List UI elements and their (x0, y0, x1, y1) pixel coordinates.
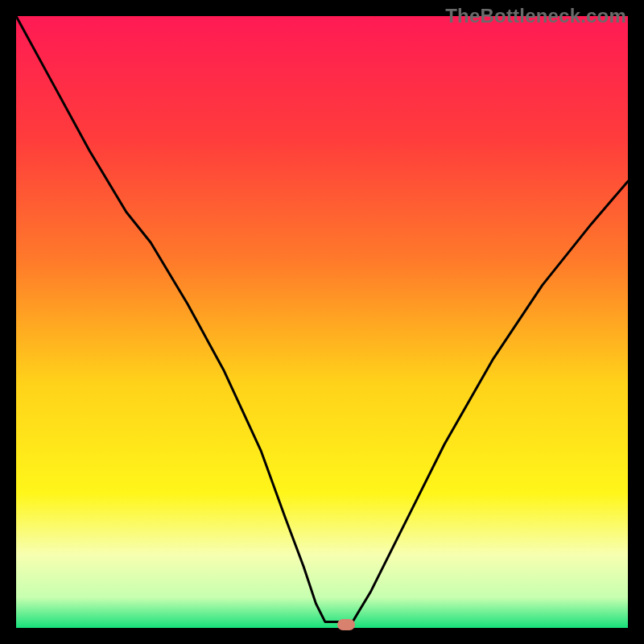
plot-area (16, 16, 628, 628)
min-point-marker (337, 619, 355, 630)
curve-layer (16, 16, 628, 628)
watermark-text: TheBottleneck.com (445, 5, 626, 27)
chart-root: TheBottleneck.com (0, 0, 644, 644)
bottleneck-curve (16, 16, 628, 621)
